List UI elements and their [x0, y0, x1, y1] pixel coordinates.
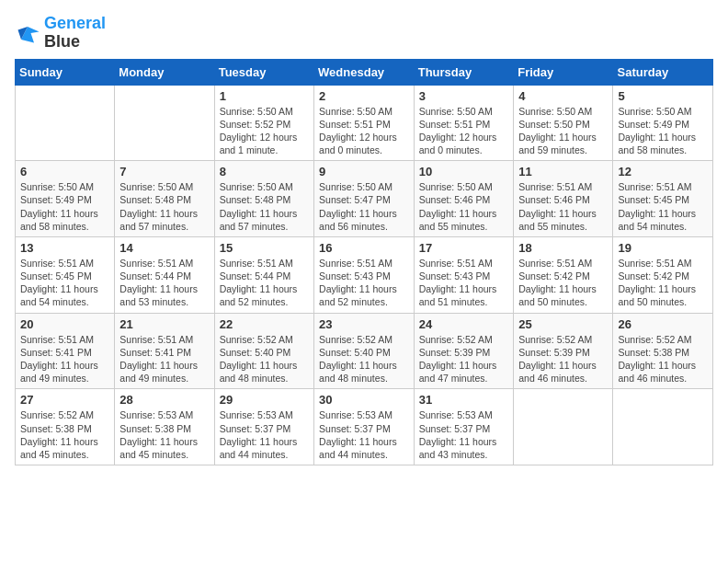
day-number: 31 — [419, 393, 508, 407]
day-number: 21 — [119, 317, 209, 331]
logo-icon — [15, 20, 40, 46]
day-cell: 10Sunrise: 5:50 AM Sunset: 5:46 PM Dayli… — [414, 161, 513, 237]
day-cell: 16Sunrise: 5:51 AM Sunset: 5:43 PM Dayli… — [314, 236, 415, 313]
day-cell: 30Sunrise: 5:53 AM Sunset: 5:37 PM Dayli… — [314, 389, 415, 465]
day-cell: 26Sunrise: 5:52 AM Sunset: 5:38 PM Dayli… — [613, 313, 713, 389]
day-cell: 3Sunrise: 5:50 AM Sunset: 5:51 PM Daylig… — [414, 85, 513, 161]
day-cell: 9Sunrise: 5:50 AM Sunset: 5:47 PM Daylig… — [314, 161, 415, 237]
day-info: Sunrise: 5:52 AM Sunset: 5:39 PM Dayligh… — [419, 333, 508, 385]
day-info: Sunrise: 5:51 AM Sunset: 5:42 PM Dayligh… — [618, 257, 708, 309]
day-info: Sunrise: 5:52 AM Sunset: 5:38 PM Dayligh… — [618, 333, 708, 385]
day-info: Sunrise: 5:51 AM Sunset: 5:43 PM Dayligh… — [319, 257, 409, 309]
day-number: 4 — [518, 89, 608, 103]
weekday-header-friday: Friday — [514, 59, 613, 85]
day-info: Sunrise: 5:53 AM Sunset: 5:37 PM Dayligh… — [419, 408, 508, 461]
day-number: 27 — [20, 393, 109, 407]
day-number: 15 — [220, 241, 309, 255]
day-info: Sunrise: 5:51 AM Sunset: 5:45 PM Dayligh… — [618, 180, 708, 233]
day-cell: 18Sunrise: 5:51 AM Sunset: 5:42 PM Dayli… — [514, 236, 613, 313]
day-info: Sunrise: 5:51 AM Sunset: 5:44 PM Dayligh… — [220, 257, 309, 309]
day-number: 20 — [20, 317, 109, 331]
day-number: 23 — [319, 317, 409, 331]
weekday-header-monday: Monday — [115, 59, 214, 85]
weekday-header-wednesday: Wednesday — [314, 59, 415, 85]
day-info: Sunrise: 5:51 AM Sunset: 5:44 PM Dayligh… — [119, 257, 209, 309]
day-info: Sunrise: 5:50 AM Sunset: 5:46 PM Dayligh… — [419, 180, 508, 233]
day-cell — [16, 85, 115, 161]
logo-text: GeneralBlue — [44, 15, 106, 52]
week-row-3: 13Sunrise: 5:51 AM Sunset: 5:45 PM Dayli… — [16, 236, 713, 313]
day-info: Sunrise: 5:50 AM Sunset: 5:48 PM Dayligh… — [119, 180, 209, 233]
day-info: Sunrise: 5:50 AM Sunset: 5:49 PM Dayligh… — [20, 180, 109, 233]
day-info: Sunrise: 5:50 AM Sunset: 5:47 PM Dayligh… — [319, 180, 409, 233]
day-number: 9 — [319, 165, 409, 178]
day-cell: 27Sunrise: 5:52 AM Sunset: 5:38 PM Dayli… — [16, 389, 115, 465]
day-info: Sunrise: 5:52 AM Sunset: 5:40 PM Dayligh… — [319, 333, 409, 385]
day-cell: 21Sunrise: 5:51 AM Sunset: 5:41 PM Dayli… — [115, 313, 214, 389]
day-info: Sunrise: 5:51 AM Sunset: 5:45 PM Dayligh… — [20, 257, 109, 309]
day-info: Sunrise: 5:50 AM Sunset: 5:52 PM Dayligh… — [220, 105, 309, 157]
logo: GeneralBlue — [15, 15, 106, 52]
day-number: 13 — [20, 241, 109, 255]
day-info: Sunrise: 5:51 AM Sunset: 5:46 PM Dayligh… — [518, 180, 608, 233]
day-cell: 28Sunrise: 5:53 AM Sunset: 5:38 PM Dayli… — [115, 389, 214, 465]
day-cell: 2Sunrise: 5:50 AM Sunset: 5:51 PM Daylig… — [314, 85, 415, 161]
day-number: 28 — [119, 393, 209, 407]
day-cell: 13Sunrise: 5:51 AM Sunset: 5:45 PM Dayli… — [16, 236, 115, 313]
day-cell: 4Sunrise: 5:50 AM Sunset: 5:50 PM Daylig… — [514, 85, 613, 161]
day-info: Sunrise: 5:52 AM Sunset: 5:38 PM Dayligh… — [20, 408, 109, 461]
day-cell: 7Sunrise: 5:50 AM Sunset: 5:48 PM Daylig… — [115, 161, 214, 237]
day-number: 17 — [419, 241, 508, 255]
day-number: 10 — [419, 165, 508, 178]
day-cell: 11Sunrise: 5:51 AM Sunset: 5:46 PM Dayli… — [514, 161, 613, 237]
day-number: 11 — [518, 165, 608, 178]
day-number: 26 — [618, 317, 708, 331]
weekday-header-saturday: Saturday — [613, 59, 713, 85]
day-number: 2 — [319, 89, 409, 103]
day-info: Sunrise: 5:52 AM Sunset: 5:39 PM Dayligh… — [518, 333, 608, 385]
day-cell — [115, 85, 214, 161]
day-cell: 14Sunrise: 5:51 AM Sunset: 5:44 PM Dayli… — [115, 236, 214, 313]
weekday-header-row: SundayMondayTuesdayWednesdayThursdayFrid… — [16, 59, 713, 85]
day-cell: 22Sunrise: 5:52 AM Sunset: 5:40 PM Dayli… — [214, 313, 313, 389]
day-cell — [613, 389, 713, 465]
day-cell: 8Sunrise: 5:50 AM Sunset: 5:48 PM Daylig… — [214, 161, 313, 237]
day-cell: 23Sunrise: 5:52 AM Sunset: 5:40 PM Dayli… — [314, 313, 415, 389]
day-number: 14 — [119, 241, 209, 255]
weekday-header-thursday: Thursday — [414, 59, 513, 85]
day-info: Sunrise: 5:52 AM Sunset: 5:40 PM Dayligh… — [220, 333, 309, 385]
day-cell: 20Sunrise: 5:51 AM Sunset: 5:41 PM Dayli… — [16, 313, 115, 389]
day-info: Sunrise: 5:53 AM Sunset: 5:38 PM Dayligh… — [119, 408, 209, 461]
day-number: 29 — [220, 393, 309, 407]
day-info: Sunrise: 5:50 AM Sunset: 5:51 PM Dayligh… — [419, 105, 508, 157]
day-number: 22 — [220, 317, 309, 331]
weekday-header-sunday: Sunday — [16, 59, 115, 85]
day-number: 3 — [419, 89, 508, 103]
day-info: Sunrise: 5:53 AM Sunset: 5:37 PM Dayligh… — [319, 408, 409, 461]
day-number: 16 — [319, 241, 409, 255]
day-number: 6 — [20, 165, 109, 178]
day-cell — [514, 389, 613, 465]
week-row-5: 27Sunrise: 5:52 AM Sunset: 5:38 PM Dayli… — [16, 389, 713, 465]
weekday-header-tuesday: Tuesday — [214, 59, 313, 85]
day-number: 24 — [419, 317, 508, 331]
day-cell: 25Sunrise: 5:52 AM Sunset: 5:39 PM Dayli… — [514, 313, 613, 389]
page-header: GeneralBlue — [15, 15, 713, 52]
week-row-2: 6Sunrise: 5:50 AM Sunset: 5:49 PM Daylig… — [16, 161, 713, 237]
day-cell: 29Sunrise: 5:53 AM Sunset: 5:37 PM Dayli… — [214, 389, 313, 465]
day-info: Sunrise: 5:50 AM Sunset: 5:50 PM Dayligh… — [518, 105, 608, 157]
week-row-1: 1Sunrise: 5:50 AM Sunset: 5:52 PM Daylig… — [16, 85, 713, 161]
day-info: Sunrise: 5:51 AM Sunset: 5:43 PM Dayligh… — [419, 257, 508, 309]
calendar-table: SundayMondayTuesdayWednesdayThursdayFrid… — [15, 59, 713, 465]
day-number: 5 — [618, 89, 708, 103]
day-number: 25 — [518, 317, 608, 331]
day-cell: 1Sunrise: 5:50 AM Sunset: 5:52 PM Daylig… — [214, 85, 313, 161]
day-info: Sunrise: 5:53 AM Sunset: 5:37 PM Dayligh… — [220, 408, 309, 461]
day-info: Sunrise: 5:50 AM Sunset: 5:49 PM Dayligh… — [618, 105, 708, 157]
day-cell: 17Sunrise: 5:51 AM Sunset: 5:43 PM Dayli… — [414, 236, 513, 313]
week-row-4: 20Sunrise: 5:51 AM Sunset: 5:41 PM Dayli… — [16, 313, 713, 389]
day-cell: 19Sunrise: 5:51 AM Sunset: 5:42 PM Dayli… — [613, 236, 713, 313]
day-info: Sunrise: 5:50 AM Sunset: 5:51 PM Dayligh… — [319, 105, 409, 157]
day-info: Sunrise: 5:51 AM Sunset: 5:42 PM Dayligh… — [518, 257, 608, 309]
day-number: 1 — [220, 89, 309, 103]
